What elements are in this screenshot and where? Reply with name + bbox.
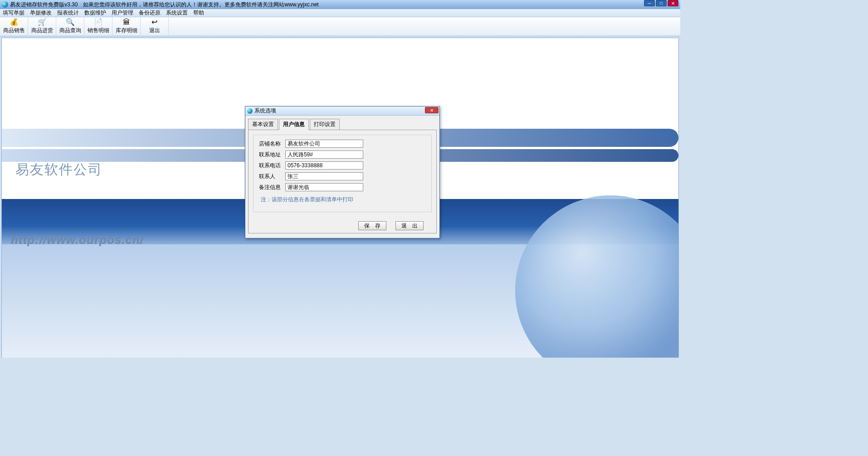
menu-backup[interactable]: 备份还原 (139, 9, 161, 17)
menu-report[interactable]: 报表统计 (57, 9, 79, 17)
tool-label: 退出 (149, 27, 160, 34)
close-button[interactable]: ✕ (668, 0, 678, 6)
tool-purchase[interactable]: 🛒商品进货 (28, 17, 56, 36)
menu-settings[interactable]: 系统设置 (166, 9, 188, 17)
toolbar: 💰商品销售 🛒商品进货 🔍商品查询 📄销售明细 🏛库存明细 ↩退出 (0, 17, 680, 36)
maximize-button[interactable]: □ (656, 0, 667, 6)
address-label: 联系地址 (259, 151, 285, 159)
contact-label: 联系人 (259, 173, 285, 180)
tab-print[interactable]: 打印设置 (310, 119, 340, 130)
tab-panel: 店铺名称 联系地址 联系电话 联系人 (248, 130, 437, 233)
window-title: 易友进销存软件免费版v3.30 如果您觉得该软件好用，请推荐给您认识的人！谢谢支… (10, 1, 319, 9)
tool-label: 商品查询 (59, 27, 81, 34)
menu-voucher[interactable]: 填写单据 (3, 9, 24, 17)
document-icon: 📄 (94, 19, 103, 26)
user-info-form: 店铺名称 联系地址 联系电话 联系人 (253, 135, 432, 212)
system-options-dialog: 系统选项 ✕ 基本设置 用户信息 打印设置 店铺名称 联系地址 (245, 106, 440, 238)
menu-bar: 填写单据 单据修改 报表统计 数据维护 用户管理 备份还原 系统设置 帮助 (0, 9, 680, 17)
save-button[interactable]: 保 存 (358, 221, 386, 230)
tab-user[interactable]: 用户信息 (279, 119, 309, 130)
tool-search[interactable]: 🔍商品查询 (56, 17, 84, 36)
address-input[interactable] (285, 150, 363, 159)
coin-icon: 💰 (10, 19, 19, 26)
tool-label: 库存明细 (116, 27, 137, 34)
tool-label: 商品销售 (3, 27, 25, 34)
app-icon (2, 1, 8, 8)
app-icon (247, 108, 253, 114)
minimize-button[interactable]: ─ (644, 0, 655, 6)
menu-user[interactable]: 用户管理 (112, 9, 133, 17)
dialog-title: 系统选项 (254, 107, 276, 115)
shop-name-label: 店铺名称 (259, 140, 285, 148)
tool-label: 销售明细 (88, 27, 109, 34)
dialog-close-button[interactable]: ✕ (425, 107, 439, 113)
content-area: 易友软件公司 http://www.ourpos.cn/ 系统选项 ✕ 基本设置… (1, 38, 679, 358)
menu-help[interactable]: 帮助 (193, 9, 204, 17)
menu-data[interactable]: 数据维护 (84, 9, 106, 17)
binoculars-icon: 🔍 (66, 19, 75, 26)
phone-input[interactable] (285, 161, 363, 170)
tool-salelist[interactable]: 📄销售明细 (84, 17, 112, 36)
tool-stock[interactable]: 🏛库存明细 (112, 17, 141, 36)
tab-basic[interactable]: 基本设置 (248, 119, 278, 130)
memo-label: 备注信息 (259, 184, 285, 191)
exit-icon: ↩ (151, 19, 157, 26)
building-icon: 🏛 (123, 19, 130, 26)
memo-input[interactable] (285, 183, 363, 191)
shop-name-input[interactable] (285, 140, 363, 148)
company-watermark: 易友软件公司 (15, 160, 102, 179)
tool-exit[interactable]: ↩退出 (141, 17, 169, 36)
exit-button[interactable]: 退 出 (395, 221, 424, 230)
title-bar: 易友进销存软件免费版v3.30 如果您觉得该软件好用，请推荐给您认识的人！谢谢支… (0, 0, 680, 9)
tool-sale[interactable]: 💰商品销售 (0, 17, 28, 36)
tool-label: 商品进货 (31, 27, 53, 34)
dialog-tabs: 基本设置 用户信息 打印设置 (248, 118, 437, 130)
cart-icon: 🛒 (38, 19, 47, 26)
dialog-title-bar[interactable]: 系统选项 ✕ (245, 107, 439, 116)
phone-label: 联系电话 (259, 162, 285, 170)
form-note: 注：该部分信息在各票据和清单中打印 (261, 196, 426, 204)
menu-edit[interactable]: 单据修改 (30, 9, 52, 17)
contact-input[interactable] (285, 172, 363, 180)
url-watermark: http://www.ourpos.cn/ (11, 233, 144, 247)
